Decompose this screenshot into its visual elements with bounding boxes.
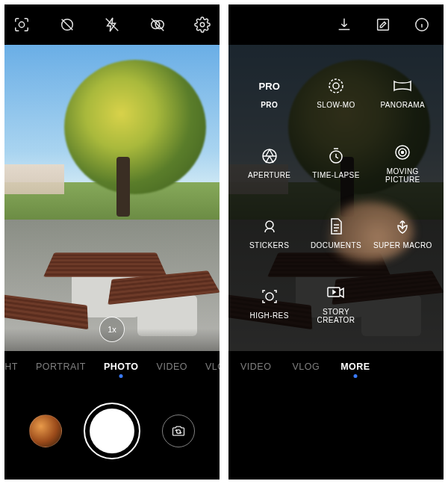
scene-preview — [4, 45, 220, 351]
settings-icon[interactable] — [194, 16, 211, 33]
mode-slowmo[interactable]: SLOW-MO — [302, 63, 369, 122]
svg-point-14 — [266, 221, 273, 229]
highres-icon — [260, 287, 279, 306]
svg-point-8 — [333, 83, 339, 89]
mode-panorama[interactable]: PANORAMA — [370, 63, 436, 122]
info-icon[interactable] — [414, 16, 430, 33]
mode-vlog[interactable]: VLOG — [205, 362, 220, 372]
macro-icon — [393, 217, 412, 236]
camera-app-more-modes: PRO PRO SLOW-MO PANORAMA APERTURE TIME-L… — [228, 4, 444, 480]
shutter-button[interactable] — [84, 403, 140, 459]
mode-portrait[interactable]: PORTRAIT — [36, 362, 86, 372]
moving-picture-icon — [393, 143, 412, 162]
mode-strip[interactable]: GHT PORTRAIT PHOTO VIDEO VLOG — [4, 351, 220, 382]
documents-icon — [326, 217, 346, 236]
pro-text-icon: PRO — [260, 76, 279, 96]
mode-more[interactable]: MORE — [340, 362, 370, 372]
more-modes-grid: PRO PRO SLOW-MO PANORAMA APERTURE TIME-L… — [228, 45, 444, 351]
bottom-spacer — [228, 382, 444, 480]
svg-rect-5 — [378, 19, 389, 31]
aperture-icon — [260, 146, 279, 166]
mode-aperture[interactable]: APERTURE — [236, 133, 302, 193]
mode-documents[interactable]: DOCUMENTS — [302, 203, 369, 263]
mode-night-partial[interactable]: GHT — [4, 362, 18, 372]
mode-photo[interactable]: PHOTO — [104, 362, 139, 372]
mode-strip[interactable]: VIDEO VLOG MORE — [228, 351, 444, 382]
top-toolbar — [228, 4, 444, 45]
zoom-label: 1x — [108, 325, 116, 334]
mode-moving-picture[interactable]: MOVING PICTURE — [370, 133, 436, 193]
slowmo-icon — [326, 76, 346, 96]
mode-high-res[interactable]: HIGH-RES — [236, 273, 302, 333]
svg-point-13 — [402, 151, 404, 153]
download-icon[interactable] — [336, 16, 352, 33]
top-toolbar — [4, 4, 220, 45]
panorama-icon — [393, 76, 412, 96]
switch-camera-button[interactable] — [162, 415, 195, 447]
bottom-controls — [4, 382, 220, 480]
zoom-toggle[interactable]: 1x — [99, 317, 125, 342]
stickers-icon — [260, 217, 279, 236]
ai-lens-icon[interactable] — [13, 16, 30, 33]
gallery-thumbnail[interactable] — [29, 415, 62, 447]
mode-stickers[interactable]: STICKERS — [236, 203, 302, 263]
mode-video[interactable]: VIDEO — [240, 362, 271, 372]
color-off-icon[interactable] — [149, 16, 166, 33]
mode-story-creator[interactable]: STORY CREATOR — [302, 273, 369, 333]
mode-timelapse[interactable]: TIME-LAPSE — [302, 133, 369, 193]
mode-video[interactable]: VIDEO — [157, 362, 187, 372]
timelapse-icon — [326, 146, 346, 166]
mode-super-macro[interactable]: SUPER MACRO — [370, 203, 436, 263]
mode-pro[interactable]: PRO PRO — [236, 63, 302, 122]
svg-point-15 — [266, 293, 273, 300]
camera-app-photo-mode: 1x GHT PORTRAIT PHOTO VIDEO VLOG — [4, 4, 220, 480]
viewfinder[interactable]: 1x — [4, 45, 220, 351]
flash-off-icon[interactable] — [104, 16, 120, 33]
filter-off-icon[interactable] — [59, 16, 75, 33]
svg-point-0 — [19, 22, 24, 27]
svg-point-4 — [200, 22, 205, 27]
story-icon — [326, 283, 346, 302]
edit-icon[interactable] — [375, 16, 391, 33]
mode-vlog[interactable]: VLOG — [292, 362, 320, 372]
svg-point-7 — [329, 79, 343, 93]
